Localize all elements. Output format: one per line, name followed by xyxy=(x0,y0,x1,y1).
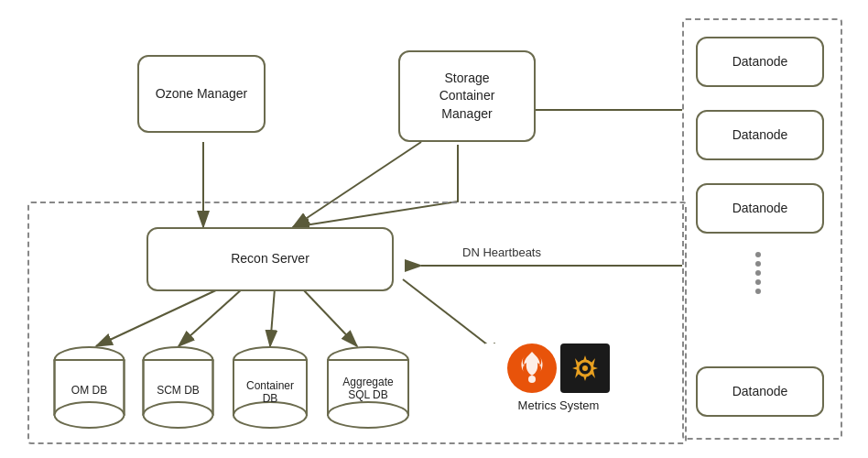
diagram: Ozone Manager StorageContainerManager Re… xyxy=(0,0,868,458)
svg-text:SCM DB: SCM DB xyxy=(157,384,200,397)
scm-db-cylinder: SCM DB xyxy=(139,344,217,435)
svg-point-25 xyxy=(233,402,307,428)
ozone-manager-box: Ozone Manager xyxy=(137,55,266,133)
datanode-1-box: Datanode xyxy=(696,37,824,87)
svg-point-13 xyxy=(55,402,125,428)
datanode-2-label: Datanode xyxy=(732,126,788,145)
recon-server-box: Recon Server xyxy=(146,227,394,291)
ozone-manager-label: Ozone Manager xyxy=(156,85,247,104)
metrics-system-box: Metrics System xyxy=(485,344,632,412)
svg-point-37 xyxy=(582,365,588,371)
datanode-1-label: Datanode xyxy=(732,53,788,71)
dots xyxy=(755,252,761,294)
datanode-4-label: Datanode xyxy=(732,383,788,401)
datanode-3-label: Datanode xyxy=(732,200,788,218)
svg-text:Aggregate: Aggregate xyxy=(342,376,394,388)
datanode-4-box: Datanode xyxy=(696,366,824,417)
datanode-2-box: Datanode xyxy=(696,110,824,160)
svg-text:Container: Container xyxy=(246,379,294,392)
svg-point-32 xyxy=(328,402,408,428)
prometheus-icon xyxy=(507,344,557,393)
datanode-3-box: Datanode xyxy=(696,183,824,234)
recon-server-label: Recon Server xyxy=(231,250,309,268)
scm-box: StorageContainerManager xyxy=(398,50,536,142)
svg-point-35 xyxy=(528,376,536,383)
dn-heartbeats-label: DN Heartbeats xyxy=(462,245,541,259)
svg-point-19 xyxy=(144,402,213,428)
svg-text:OM DB: OM DB xyxy=(71,384,107,397)
aggregate-sql-db-cylinder: Aggregate SQL DB xyxy=(322,344,414,435)
om-db-cylinder: OM DB xyxy=(50,344,128,435)
svg-text:DB: DB xyxy=(263,392,278,405)
grafana-icon xyxy=(560,344,610,393)
metrics-system-label: Metrics System xyxy=(518,398,600,412)
svg-text:SQL DB: SQL DB xyxy=(348,388,388,401)
metrics-icons xyxy=(507,344,610,393)
scm-label: StorageContainerManager xyxy=(439,70,495,124)
container-db-cylinder: Container DB xyxy=(229,344,311,435)
